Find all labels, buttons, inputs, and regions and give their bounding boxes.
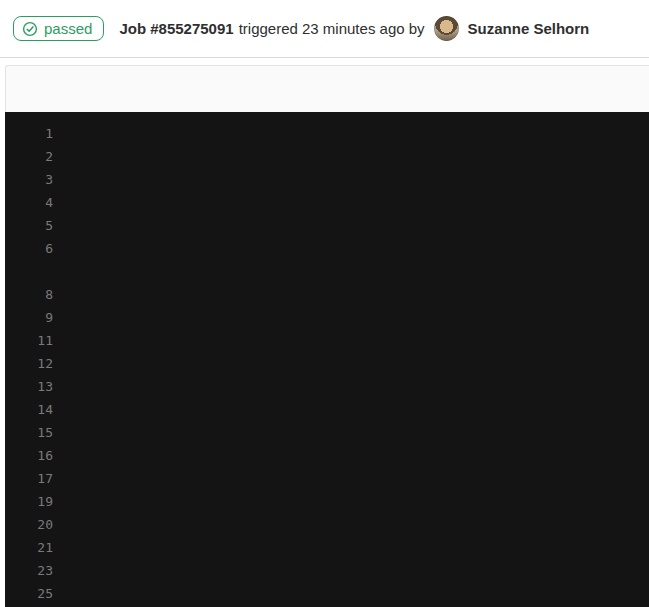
job-log: 1 Running with gitlab-runner 13.6.0-rc1 … xyxy=(5,112,649,607)
job-id: Job #855275091 xyxy=(119,20,233,37)
log-line-number[interactable]: 6 xyxy=(19,237,53,260)
log-line: 25 Job succeeded xyxy=(5,582,649,605)
log-line-number[interactable]: 25 xyxy=(19,582,53,605)
log-line: 21 This job deploys something from the m… xyxy=(5,536,649,559)
job-info: Job #855275091 triggered 23 minutes ago … xyxy=(119,16,589,41)
status-badge-label: passed xyxy=(44,20,92,37)
check-circle-icon xyxy=(22,21,38,37)
log-line: 23 Cleaning up file based variables xyxy=(5,559,649,582)
log-line-number[interactable]: 8 xyxy=(19,283,53,306)
log-line-number[interactable]: 12 xyxy=(19,352,53,375)
log-line: 15 Created fresh repository. xyxy=(5,421,649,444)
log-line: 6 Using docker image sha256:b7280b81558d… xyxy=(5,237,649,260)
log-line-number[interactable]: 23 xyxy=(19,559,53,582)
log-line: 1 Running with gitlab-runner 13.6.0-rc1 … xyxy=(5,122,649,145)
job-log-panel: 1 Running with gitlab-runner 13.6.0-rc1 … xyxy=(5,65,649,607)
log-line: 12 $ eval "$CI_PRE_CLONE_SCRIPT" xyxy=(5,352,649,375)
log-line-number[interactable]: 16 xyxy=(19,444,53,467)
log-line-number[interactable]: 2 xyxy=(19,145,53,168)
log-line-number[interactable]: 4 xyxy=(19,191,53,214)
log-line-number[interactable]: 5 xyxy=(19,214,53,237)
log-line-number[interactable]: 19 xyxy=(19,490,53,513)
log-line-number[interactable]: 15 xyxy=(19,421,53,444)
user-name-link[interactable]: Suzanne Selhorn xyxy=(468,20,590,37)
log-line: 17 Skipping Git submodules setup xyxy=(5,467,649,490)
avatar[interactable] xyxy=(434,16,459,41)
log-line-number[interactable]: 1 xyxy=(19,122,53,145)
log-line: 14 Initialized empty Git repository in /… xyxy=(5,398,649,421)
log-line-number[interactable]: 13 xyxy=(19,375,53,398)
log-line: 2 on docker-auto-scale ed2dce3a xyxy=(5,145,649,168)
log-controls-bar xyxy=(5,65,649,112)
job-triggered-text: triggered 23 minutes ago by xyxy=(239,20,425,37)
log-line-number[interactable]: 17 xyxy=(19,467,53,490)
job-header: passed Job #855275091 triggered 23 minut… xyxy=(0,0,649,58)
log-line-number[interactable]: 11 xyxy=(19,329,53,352)
log-line-number[interactable]: 9 xyxy=(19,306,53,329)
log-line-number[interactable]: 3 xyxy=(19,168,53,191)
log-line: 4 Using Docker executor with image ruby:… xyxy=(5,191,649,214)
log-line: 8 Preparing environment xyxy=(5,283,649,306)
log-line: 13 Fetching changes with git depth set t… xyxy=(5,375,649,398)
log-line: 5 Pulling docker image ruby:2.5 ... xyxy=(5,214,649,237)
log-line: 20 $ echo "This job deploys something fr… xyxy=(5,513,649,536)
log-line-number[interactable]: 21 xyxy=(19,536,53,559)
status-badge: passed xyxy=(13,16,104,41)
log-line-number[interactable]: 20 xyxy=(19,513,53,536)
log-line: 19 Executing "step_script" stage of the … xyxy=(5,490,649,513)
log-line: 16 Checking out 7353da73 as master... xyxy=(5,444,649,467)
log-line: 3 Preparing the "docker+machine" executo… xyxy=(5,168,649,191)
log-line: ed62cd60e4fb5bf4132943d6fa2688 ... xyxy=(5,260,649,283)
log-line: 9 Running on runner-ed2dce3a-project-163… xyxy=(5,306,649,329)
log-line: 11 Getting source from Git repository xyxy=(5,329,649,352)
log-line-number[interactable]: 14 xyxy=(19,398,53,421)
job-page: passed Job #855275091 triggered 23 minut… xyxy=(0,0,649,607)
